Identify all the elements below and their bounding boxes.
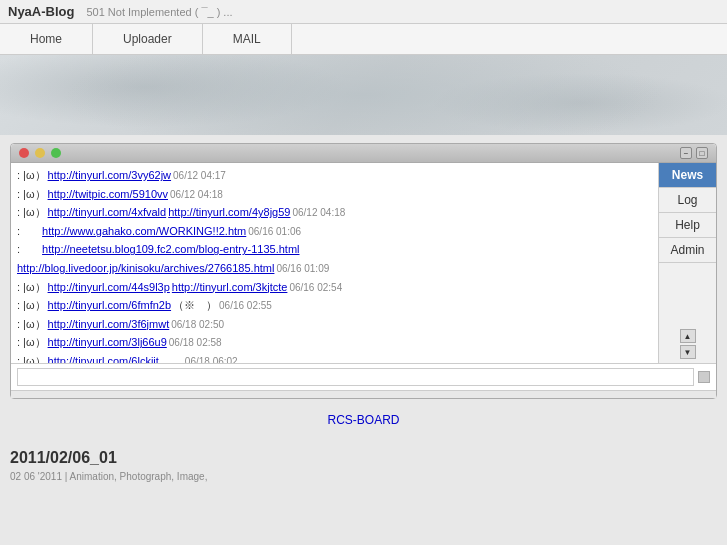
sidebar-log-button[interactable]: Log (659, 188, 716, 213)
main-wrapper: − □ : |ω） http://tinyurl.com/3vy62jw 06/… (0, 135, 727, 441)
chat-body: : |ω） http://tinyurl.com/3vy62jw 06/12 0… (11, 163, 716, 363)
scroll-up-button[interactable]: ▲ (680, 329, 696, 343)
nav-mail[interactable]: MAIL (203, 24, 292, 54)
chat-input-area (11, 363, 716, 390)
chat-titlebar: − □ (11, 144, 716, 163)
msg-link[interactable]: http://tinyurl.com/3kjtcte (172, 279, 288, 297)
msg-link[interactable]: http://tinyurl.com/6lckjjt (48, 353, 159, 363)
chat-resize-handle[interactable] (698, 371, 710, 383)
msg-link[interactable]: http://tinyurl.com/6fmfn2b (48, 297, 172, 315)
maximize-button[interactable]: □ (696, 147, 708, 159)
msg-link[interactable]: http://tinyurl.com/3vy62jw (48, 167, 172, 185)
msg-link[interactable]: http://tinyurl.com/44s9l3p (48, 279, 170, 297)
sidebar-scroll: ▲ ▼ (659, 263, 716, 363)
list-item: : |ω） http://twitpic.com/5910vv 06/12 04… (17, 186, 652, 204)
chat-sidebar: News Log Help Admin ▲ ▼ (658, 163, 716, 363)
traffic-light-yellow[interactable] (35, 148, 45, 158)
msg-link[interactable]: http://tinyurl.com/3lj66u9 (48, 334, 167, 352)
list-item: : |ω） http://tinyurl.com/3f6jmwt 06/18 0… (17, 316, 652, 334)
traffic-light-red[interactable] (19, 148, 29, 158)
traffic-light-green[interactable] (51, 148, 61, 158)
msg-link[interactable]: http://tinyurl.com/4y8jg59 (168, 204, 290, 222)
nav-home[interactable]: Home (0, 24, 93, 54)
list-item: : http://www.gahako.com/WORKING!!2.htm 0… (17, 223, 652, 241)
list-item: http://blog.livedoor.jp/kinisoku/archive… (17, 260, 652, 278)
msg-link[interactable]: http://blog.livedoor.jp/kinisoku/archive… (17, 260, 274, 278)
banner (0, 55, 727, 135)
list-item: : http://neetetsu.blog109.fc2.com/blog-e… (17, 241, 652, 259)
rcs-board-anchor[interactable]: RCS-BOARD (327, 413, 399, 427)
msg-link[interactable]: http://www.gahako.com/WORKING!!2.htm (22, 223, 246, 241)
chat-messages[interactable]: : |ω） http://tinyurl.com/3vy62jw 06/12 0… (11, 163, 658, 363)
list-item: : |ω） http://tinyurl.com/4xfvald http://… (17, 204, 652, 222)
sidebar-admin-button[interactable]: Admin (659, 238, 716, 263)
post-meta: 02 06 '2011 | Animation, Photograph, Ima… (10, 471, 717, 482)
site-title: NyaA-Blog (8, 4, 74, 19)
blog-area: 2011/02/06_01 02 06 '2011 | Animation, P… (0, 441, 727, 490)
scroll-down-button[interactable]: ▼ (680, 345, 696, 359)
chat-scrollbar[interactable] (11, 390, 716, 398)
sidebar-help-button[interactable]: Help (659, 213, 716, 238)
chat-window: − □ : |ω） http://tinyurl.com/3vy62jw 06/… (10, 143, 717, 399)
msg-link[interactable]: http://twitpic.com/5910vv (48, 186, 168, 204)
post-title: 2011/02/06_01 (10, 449, 717, 467)
chat-controls-right: − □ (680, 147, 708, 159)
msg-link[interactable]: http://neetetsu.blog109.fc2.com/blog-ent… (22, 241, 299, 259)
rcs-board-link[interactable]: RCS-BOARD (10, 407, 717, 433)
list-item: : |ω） http://tinyurl.com/6fmfn2b （※ ） 06… (17, 297, 652, 315)
nav-bar: Home Uploader MAIL (0, 24, 727, 55)
list-item: : |ω） http://tinyurl.com/6lckjjt …… 06/1… (17, 353, 652, 363)
list-item: : |ω） http://tinyurl.com/3lj66u9 06/18 0… (17, 334, 652, 352)
msg-link[interactable]: http://tinyurl.com/3f6jmwt (48, 316, 170, 334)
status-text: 501 Not Implemented ( ¯_ ) ... (86, 6, 232, 18)
sidebar-news-button[interactable]: News (659, 163, 716, 188)
list-item: : |ω） http://tinyurl.com/44s9l3p http://… (17, 279, 652, 297)
nav-uploader[interactable]: Uploader (93, 24, 203, 54)
list-item: : |ω） http://tinyurl.com/3vy62jw 06/12 0… (17, 167, 652, 185)
minimize-button[interactable]: − (680, 147, 692, 159)
chat-input[interactable] (17, 368, 694, 386)
top-bar: NyaA-Blog 501 Not Implemented ( ¯_ ) ... (0, 0, 727, 24)
msg-link[interactable]: http://tinyurl.com/4xfvald (48, 204, 167, 222)
